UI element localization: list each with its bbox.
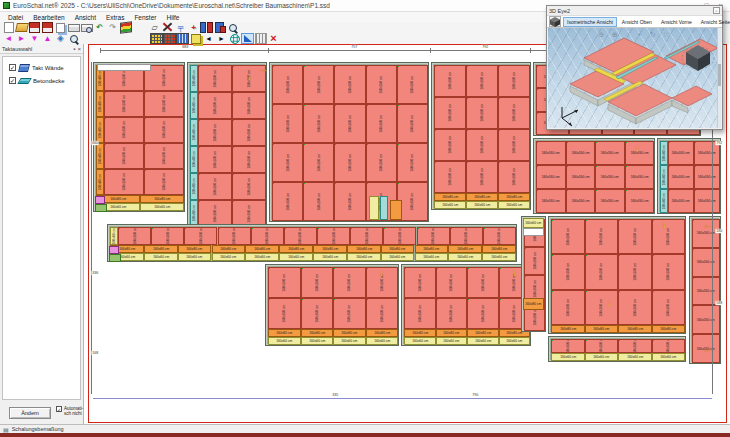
formwork-panel[interactable]: 160x160 cm: [434, 65, 466, 97]
filler-strip[interactable]: 160x80 cm: [404, 329, 436, 337]
filler-strip[interactable]: 160x60 cm: [404, 337, 436, 345]
formwork-panel[interactable]: 160x160 cm: [397, 65, 428, 104]
formwork-panel[interactable]: 160x160 cm: [652, 254, 686, 289]
filler-strip[interactable]: 160x60 cm: [140, 203, 184, 211]
filler-strip[interactable]: 160x80 cm: [434, 193, 466, 201]
formwork-panel[interactable]: 160x160 cm: [434, 161, 466, 193]
filler-strip[interactable]: 160x80 cm: [652, 325, 686, 333]
axis-cross-icon[interactable]: +: [187, 22, 200, 33]
filler-piece[interactable]: 160x80 cm: [523, 298, 544, 310]
filler-strip[interactable]: 160x60 cm: [436, 337, 468, 345]
formwork-panel[interactable]: 160x160 cm: [652, 219, 686, 254]
formwork-panel[interactable]: 160x160 cm: [198, 65, 232, 92]
menu-datei[interactable]: Datei: [3, 14, 28, 21]
filler-piece[interactable]: 160x60 cm: [523, 218, 544, 228]
edge-panel[interactable]: 160x40 cm: [190, 173, 198, 200]
formwork-panel[interactable]: 160x160 cm: [144, 169, 184, 195]
filler-piece[interactable]: [109, 246, 119, 254]
nav-left-icon[interactable]: ◄: [2, 33, 15, 44]
takt-item-betondecke[interactable]: ✓Betondecke: [9, 74, 80, 87]
takt-checkbox[interactable]: ✓: [9, 77, 16, 84]
filler-piece[interactable]: [109, 254, 121, 262]
formwork-panel[interactable]: 160x160 cm: [466, 129, 498, 161]
formwork-panel[interactable]: 160x160 cm: [566, 141, 596, 165]
3d-eye-titlebar[interactable]: 3D Eye2 ▫: [547, 6, 722, 15]
redo-icon[interactable]: ↷: [106, 22, 119, 33]
formwork-panel[interactable]: 160x160 cm: [692, 248, 720, 277]
formwork-panel[interactable]: 160x160 cm: [466, 97, 498, 129]
formwork-panel[interactable]: 160x160 cm: [618, 219, 652, 254]
grid-props-icon[interactable]: [176, 33, 189, 44]
tools-icon[interactable]: [161, 22, 174, 33]
formwork-panel[interactable]: 160x160 cm: [317, 227, 350, 245]
filler-strip[interactable]: 160x60 cm: [279, 253, 313, 261]
formwork-panel[interactable]: 160x160 cm: [232, 119, 266, 146]
filler-strip[interactable]: 160x80 cm: [482, 245, 516, 253]
formwork-panel[interactable]: 160x160 cm: [566, 165, 596, 189]
formwork-panel[interactable]: 160x160 cm: [436, 267, 468, 298]
3d-viewport[interactable]: ⊖ ⊕ ◌ + ↻ ∷: [548, 28, 721, 128]
formwork-panel[interactable]: 160x160 cm: [694, 165, 720, 189]
formwork-panel[interactable]: 160x160 cm: [467, 298, 499, 329]
formwork-panel[interactable]: 160x160 cm: [104, 91, 144, 117]
filler-strip[interactable]: 160x80 cm: [178, 245, 212, 253]
formwork-panel[interactable]: 160x160 cm: [652, 290, 686, 325]
view-button-ansicht-vorne[interactable]: Ansicht Vorne: [657, 17, 696, 27]
formwork-panel[interactable]: 160x160 cm: [301, 267, 334, 298]
save-icon[interactable]: [28, 22, 41, 33]
menu-fenster[interactable]: Fenster: [129, 14, 161, 21]
formwork-panel[interactable]: 160x160 cm: [334, 143, 365, 182]
filler-strip[interactable]: 160x60 cm: [585, 353, 619, 361]
filler-piece[interactable]: [95, 204, 107, 212]
view-button-isometrische-ansicht[interactable]: Isometrische Ansicht: [563, 17, 617, 27]
formwork-panel[interactable]: 160x160 cm: [595, 189, 625, 213]
filler-strip[interactable]: 160x60 cm: [467, 337, 499, 345]
formwork-panel[interactable]: 160x160 cm: [625, 189, 655, 213]
3d-scrollbar[interactable]: [717, 28, 721, 128]
wall-pair-icon[interactable]: [200, 22, 213, 33]
filler-strip[interactable]: 160x60 cm: [448, 253, 482, 261]
filler-strip[interactable]: 160x60 cm: [551, 353, 585, 361]
filler-strip[interactable]: 160x60 cm: [313, 253, 347, 261]
view-cube-button[interactable]: [549, 16, 561, 27]
formwork-panel[interactable]: 160x160 cm: [566, 189, 596, 213]
filler-strip[interactable]: 160x80 cm: [333, 329, 366, 337]
filler-strip[interactable]: 160x80 cm: [467, 329, 499, 337]
filler-strip[interactable]: 160x60 cm: [178, 253, 212, 261]
formwork-panel[interactable]: 160x160 cm: [585, 290, 619, 325]
formwork-panel[interactable]: 160x160 cm: [272, 182, 303, 221]
delete-icon[interactable]: ×: [267, 33, 280, 44]
filler-strip[interactable]: 160x80 cm: [436, 329, 468, 337]
formwork-panel[interactable]: 160x160 cm: [144, 91, 184, 117]
nav-right-icon[interactable]: ►: [15, 33, 28, 44]
filler-strip[interactable]: 160x60 cm: [499, 337, 531, 345]
formwork-panel[interactable]: 160x160 cm: [144, 117, 184, 143]
copy-icon[interactable]: [54, 22, 67, 33]
move-all-icon[interactable]: ◈: [54, 33, 67, 44]
formwork-panel[interactable]: 160x160 cm: [198, 200, 232, 227]
formwork-panel[interactable]: 160x160 cm: [551, 290, 585, 325]
formwork-panel[interactable]: 160x160 cm: [232, 173, 266, 200]
formwork-panel[interactable]: 160x160 cm: [585, 339, 619, 353]
formwork-panel[interactable]: 160x160 cm: [303, 143, 334, 182]
filler-strip[interactable]: 160x60 cm: [498, 201, 530, 209]
rotate-view-icon[interactable]: [228, 33, 241, 44]
3d-view-icon[interactable]: [119, 22, 132, 33]
formwork-panel[interactable]: 160x160 cm: [272, 143, 303, 182]
filler-strip[interactable]: 160x60 cm: [144, 253, 178, 261]
filler-piece[interactable]: [95, 196, 105, 204]
formwork-panel[interactable]: 160x160 cm: [218, 227, 251, 245]
formwork-panel[interactable]: 160x160 cm: [498, 129, 530, 161]
formwork-panel[interactable]: 160x160 cm: [303, 65, 334, 104]
formwork-panel[interactable]: 160x160 cm: [366, 65, 397, 104]
formwork-panel[interactable]: 160x160 cm: [268, 298, 301, 329]
filler-piece[interactable]: [369, 196, 379, 220]
filler-strip[interactable]: 160x60 cm: [268, 337, 301, 345]
formwork-panel[interactable]: 160x160 cm: [198, 173, 232, 200]
formwork-panel[interactable]: 160x160 cm: [625, 165, 655, 189]
formwork-panel[interactable]: 160x160 cm: [303, 104, 334, 143]
filler-strip[interactable]: 160x80 cm: [585, 325, 619, 333]
change-button[interactable]: Ändern: [9, 407, 51, 419]
draw-wall-icon[interactable]: ▱: [148, 22, 161, 33]
formwork-panel[interactable]: 160x160 cm: [198, 146, 232, 173]
